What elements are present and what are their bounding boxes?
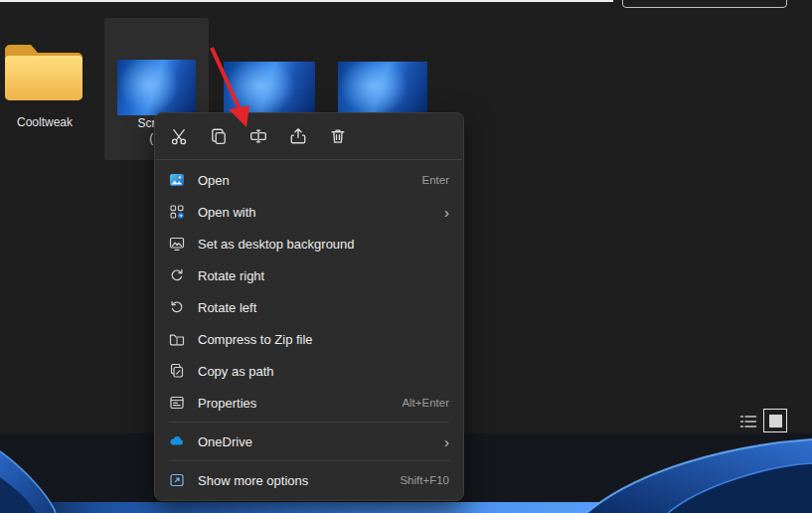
menu-item-label: Properties xyxy=(198,396,390,411)
quick-actions-row xyxy=(155,113,463,159)
menu-item-rotate-right[interactable]: Rotate right xyxy=(159,259,459,291)
menu-item-label: OneDrive xyxy=(198,434,432,449)
menu-item-label: Set as desktop background xyxy=(198,237,449,252)
image-thumbnail[interactable] xyxy=(338,62,427,116)
rotate-left-icon xyxy=(169,299,185,315)
delete-icon xyxy=(329,127,347,145)
chevron-right-icon: › xyxy=(444,434,449,449)
menu-item-shortcut: Shift+F10 xyxy=(400,474,449,486)
window-top-divider xyxy=(0,0,613,2)
desktop-screen: Cooltweak Screen (1) xyxy=(0,0,812,513)
rotate-right-icon xyxy=(169,267,185,283)
menu-item-show-more-options[interactable]: Show more options Shift+F10 xyxy=(159,464,459,496)
menu-item-label: Show more options xyxy=(198,473,388,488)
folder-icon xyxy=(2,38,85,105)
menu-list: Open Enter Open with › xyxy=(155,160,463,500)
image-thumbnail[interactable] xyxy=(224,62,315,116)
onedrive-cloud-icon xyxy=(169,433,185,449)
menu-item-set-as-desktop-background[interactable]: Set as desktop background xyxy=(159,228,459,259)
folder-label: Cooltweak xyxy=(0,115,89,129)
copy-button[interactable] xyxy=(199,119,239,153)
properties-icon xyxy=(169,395,185,411)
large-icons-view-button[interactable] xyxy=(763,409,787,432)
context-menu: Open Enter Open with › xyxy=(154,112,464,501)
menu-item-onedrive[interactable]: OneDrive › xyxy=(159,426,459,457)
cut-icon xyxy=(170,127,188,145)
menu-item-open[interactable]: Open Enter xyxy=(159,164,459,196)
menu-item-label: Compress to Zip file xyxy=(198,332,449,347)
menu-item-copy-as-path[interactable]: Copy as path xyxy=(159,355,459,387)
chevron-right-icon: › xyxy=(444,205,449,220)
share-icon xyxy=(289,127,307,145)
menu-item-label: Rotate left xyxy=(198,300,449,315)
menu-item-compress-to-zip[interactable]: Compress to Zip file xyxy=(159,323,459,355)
menu-item-shortcut: Enter xyxy=(422,174,450,186)
folder-tile-cooltweak[interactable]: Cooltweak xyxy=(0,34,89,137)
copy-path-icon xyxy=(169,363,185,379)
show-more-icon xyxy=(169,472,185,488)
menu-separator xyxy=(169,422,449,423)
image-thumbnail-selected[interactable] xyxy=(117,60,196,115)
menu-separator xyxy=(169,460,449,461)
photo-icon xyxy=(169,172,185,188)
menu-item-label: Open xyxy=(198,173,410,188)
open-with-icon xyxy=(169,204,185,220)
view-toggles xyxy=(739,409,789,434)
details-view-icon xyxy=(739,414,757,429)
cut-button[interactable] xyxy=(159,119,199,153)
rename-icon xyxy=(249,127,267,145)
desktop-background-icon xyxy=(169,236,185,252)
delete-button[interactable] xyxy=(318,119,358,153)
rename-button[interactable] xyxy=(239,119,278,153)
details-view-button[interactable] xyxy=(739,414,757,433)
large-icons-view-icon xyxy=(769,415,782,428)
menu-item-properties[interactable]: Properties Alt+Enter xyxy=(159,387,459,419)
menu-item-label: Copy as path xyxy=(198,364,449,379)
menu-item-label: Open with xyxy=(198,205,432,220)
zip-folder-icon xyxy=(169,331,185,347)
share-button[interactable] xyxy=(278,119,318,153)
menu-item-open-with[interactable]: Open with › xyxy=(159,196,459,228)
copy-icon xyxy=(210,127,228,145)
menu-item-label: Rotate right xyxy=(198,268,449,283)
menu-item-rotate-left[interactable]: Rotate left xyxy=(159,291,459,323)
toolbar-fragment-outline xyxy=(622,0,787,8)
menu-item-shortcut: Alt+Enter xyxy=(402,397,449,409)
